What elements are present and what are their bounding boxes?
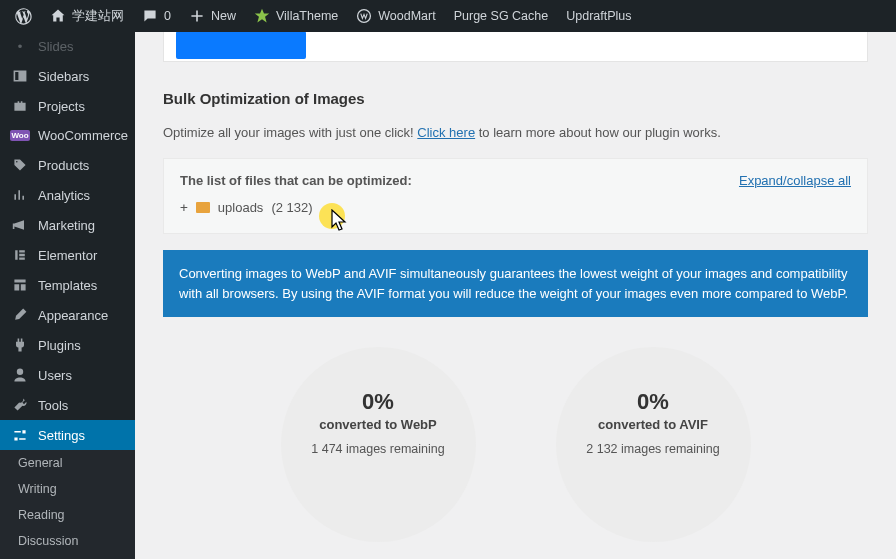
woodmart-icon	[356, 8, 372, 24]
sidebar-item-users[interactable]: Users	[0, 360, 135, 390]
webp-label: converted to WebP	[319, 417, 437, 432]
webp-percent: 0%	[362, 389, 394, 415]
plus-icon	[189, 8, 205, 24]
sidebar-item-label: Users	[38, 368, 72, 383]
comments-count-label: 0	[164, 9, 171, 23]
comments-button[interactable]: 0	[133, 0, 180, 32]
purge-label: Purge SG Cache	[454, 9, 549, 23]
expand-collapse-link[interactable]: Expand/collapse all	[739, 173, 851, 188]
progress-row: 0% converted to WebP 1 474 images remain…	[163, 347, 868, 542]
submenu-item-media[interactable]: Media	[0, 554, 135, 559]
submenu-label: Reading	[18, 508, 65, 522]
templates-icon	[12, 277, 28, 293]
conversion-notice: Converting images to WebP and AVIF simul…	[163, 250, 868, 317]
submenu-label: Writing	[18, 482, 57, 496]
sidebar-item-label: Marketing	[38, 218, 95, 233]
learn-more-link[interactable]: Click here	[417, 125, 475, 140]
megaphone-icon	[12, 217, 28, 233]
sidebar-item-products[interactable]: Products	[0, 150, 135, 180]
webp-progress-circle: 0% converted to WebP 1 474 images remain…	[281, 347, 476, 542]
sidebar-item-label: Projects	[38, 99, 85, 114]
optimizable-files-box: The list of files that can be optimized:…	[163, 158, 868, 234]
purge-cache-button[interactable]: Purge SG Cache	[445, 0, 558, 32]
site-home-button[interactable]: 学建站网	[41, 0, 133, 32]
sidebar-item-elementor[interactable]: Elementor	[0, 240, 135, 270]
sidebar-item-label: Settings	[38, 428, 85, 443]
wordpress-icon	[15, 8, 32, 25]
avif-label: converted to AVIF	[598, 417, 708, 432]
main-content: Bulk Optimization of Images Optimize all…	[135, 32, 896, 559]
filebox-title: The list of files that can be optimized:	[180, 173, 412, 188]
description-post: to learn more about how our plugin works…	[475, 125, 721, 140]
elementor-icon	[12, 247, 28, 263]
avif-percent: 0%	[637, 389, 669, 415]
sidebar-item-label: Sidebars	[38, 69, 89, 84]
sidebar-item-label: Templates	[38, 278, 97, 293]
submenu-label: General	[18, 456, 62, 470]
wp-logo-button[interactable]	[6, 0, 41, 32]
submenu-item-general[interactable]: General	[0, 450, 135, 476]
description-line: Optimize all your images with just one c…	[163, 125, 868, 140]
sidebar-item-label: Products	[38, 158, 89, 173]
new-button[interactable]: New	[180, 0, 245, 32]
wrench-icon	[12, 397, 28, 413]
sidebar-item-sidebars[interactable]: Sidebars	[0, 61, 135, 91]
sidebar-item-label: Appearance	[38, 308, 108, 323]
villatheme-label: VillaTheme	[276, 9, 338, 23]
folder-icon	[196, 202, 210, 213]
user-icon	[12, 367, 28, 383]
submenu-item-writing[interactable]: Writing	[0, 476, 135, 502]
sidebar-item-plugins[interactable]: Plugins	[0, 330, 135, 360]
sidebar-item-appearance[interactable]: Appearance	[0, 300, 135, 330]
bar-chart-icon	[12, 187, 28, 203]
woodmart-label: WoodMart	[378, 9, 435, 23]
sidebar-item-analytics[interactable]: Analytics	[0, 180, 135, 210]
home-icon	[50, 8, 66, 24]
admin-sidebar: •Slides Sidebars Projects WooWooCommerce…	[0, 32, 135, 559]
avif-progress-circle: 0% converted to AVIF 2 132 images remain…	[556, 347, 751, 542]
sidebar-item-projects[interactable]: Projects	[0, 91, 135, 121]
star-icon	[254, 8, 270, 24]
folder-name: uploads	[218, 200, 264, 215]
avif-remaining: 2 132 images remaining	[586, 442, 719, 456]
sidebar-item-settings[interactable]: Settings	[0, 420, 135, 450]
top-card	[163, 28, 868, 62]
sliders-icon	[12, 427, 28, 443]
sidebar-item-label: Analytics	[38, 188, 90, 203]
updraftplus-button[interactable]: UpdraftPlus	[557, 0, 640, 32]
webp-remaining: 1 474 images remaining	[311, 442, 444, 456]
sidebar-item-generic[interactable]: •Slides	[0, 32, 135, 61]
sidebar-item-woocommerce[interactable]: WooWooCommerce	[0, 121, 135, 150]
submenu-item-reading[interactable]: Reading	[0, 502, 135, 528]
svg-point-0	[358, 10, 371, 23]
sidebar-item-templates[interactable]: Templates	[0, 270, 135, 300]
folder-count: (2 132)	[271, 200, 312, 215]
submenu-item-discussion[interactable]: Discussion	[0, 528, 135, 554]
sidebar-item-label: Tools	[38, 398, 68, 413]
folder-row[interactable]: + uploads (2 132)	[180, 200, 851, 215]
page-title: Bulk Optimization of Images	[163, 90, 868, 107]
comment-icon	[142, 8, 158, 24]
woodmart-button[interactable]: WoodMart	[347, 0, 444, 32]
sidebar-item-label: WooCommerce	[38, 128, 128, 143]
updraftplus-label: UpdraftPlus	[566, 9, 631, 23]
sidebar-item-label: Elementor	[38, 248, 97, 263]
admin-toolbar: 学建站网 0 New VillaTheme WoodMart Purge SG …	[0, 0, 896, 32]
description-pre: Optimize all your images with just one c…	[163, 125, 417, 140]
villatheme-button[interactable]: VillaTheme	[245, 0, 347, 32]
sidebar-item-marketing[interactable]: Marketing	[0, 210, 135, 240]
submenu-label: Discussion	[18, 534, 78, 548]
layout-icon	[12, 68, 28, 84]
expand-icon: +	[180, 200, 188, 215]
briefcase-icon	[12, 98, 28, 114]
brush-icon	[12, 307, 28, 323]
dot-icon: •	[10, 39, 30, 54]
sidebar-item-tools[interactable]: Tools	[0, 390, 135, 420]
plugin-icon	[12, 337, 28, 353]
new-label: New	[211, 9, 236, 23]
sidebar-item-label: Plugins	[38, 338, 81, 353]
site-name-label: 学建站网	[72, 8, 124, 25]
woo-icon: Woo	[10, 130, 30, 141]
tag-icon	[12, 157, 28, 173]
primary-button[interactable]	[176, 31, 306, 59]
